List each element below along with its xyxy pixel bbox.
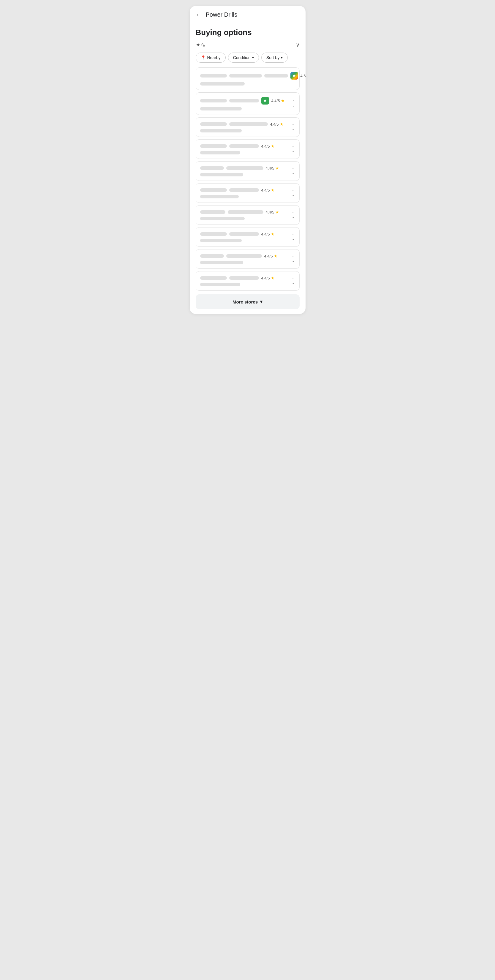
skeleton-bar xyxy=(200,217,245,220)
header: ← Power Drills xyxy=(190,6,306,23)
store-expand-button[interactable]: ⌃ ⌄ xyxy=(290,188,296,198)
store-rating: 4.6/5 ★ xyxy=(301,73,306,78)
store-bottom-row xyxy=(200,107,287,110)
store-rating: 4.4/5 ★ xyxy=(261,275,275,280)
store-badge: ★ xyxy=(261,97,269,105)
skeleton-bar xyxy=(229,232,259,236)
more-stores-button[interactable]: More stores ▾ xyxy=(196,294,299,309)
store-bottom-row xyxy=(200,195,287,198)
store-top-row: ★4.6/5 ★ xyxy=(200,72,306,80)
star-icon: ★ xyxy=(271,188,275,192)
star-icon: ★ xyxy=(280,122,283,127)
sortby-dropdown-icon: ▾ xyxy=(281,56,283,60)
ai-row: ✦∿ ∨ xyxy=(196,41,299,48)
store-top-row: ★4.4/5 ★ xyxy=(200,97,287,105)
store-item: 4.4/5 ★ ⌃ ⌄ xyxy=(196,205,299,225)
chevron-down-icon: ⌄ xyxy=(292,215,294,219)
store-top-row: 4.4/5 ★ xyxy=(200,275,287,280)
store-item: 4.4/5 ★ ⌃ ⌄ xyxy=(196,227,299,247)
store-bottom-row xyxy=(200,82,306,86)
store-details: 4.4/5 ★ xyxy=(200,210,287,220)
skeleton-bar xyxy=(200,188,227,192)
store-list: ★4.6/5 ★ ⌃ ⌄ ★4.4/5 ★ ⌃ ⌄ 4.4/5 ★ ⌃ ⌄ 4.… xyxy=(196,67,299,291)
store-expand-button[interactable]: ⌃ ⌄ xyxy=(290,276,296,286)
skeleton-bar xyxy=(200,107,242,110)
chevron-up-icon: ⌃ xyxy=(292,255,294,259)
star-icon: ★ xyxy=(271,144,275,148)
skeleton-bar xyxy=(200,254,224,258)
more-stores-label: More stores xyxy=(232,299,258,304)
star-icon: ★ xyxy=(271,232,275,236)
nearby-label: Nearby xyxy=(207,55,221,60)
star-icon: ★ xyxy=(274,254,278,258)
more-stores-chevron-icon: ▾ xyxy=(260,299,263,304)
store-expand-button[interactable]: ⌃ ⌄ xyxy=(290,210,296,220)
chevron-down-icon: ⌄ xyxy=(292,104,294,107)
store-bottom-row xyxy=(200,261,287,264)
chevron-down-icon: ⌄ xyxy=(292,281,294,285)
chevron-down-icon: ⌄ xyxy=(292,237,294,240)
skeleton-bar xyxy=(200,283,240,286)
skeleton-bar xyxy=(200,129,242,132)
store-details: 4.4/5 ★ xyxy=(200,232,287,242)
skeleton-bar xyxy=(200,99,227,102)
store-bottom-row xyxy=(200,239,287,242)
store-item: 4.4/5 ★ ⌃ ⌄ xyxy=(196,249,299,269)
store-expand-button[interactable]: ⌃ ⌄ xyxy=(290,123,296,132)
sortby-label: Sort by xyxy=(266,55,279,60)
back-button[interactable]: ← xyxy=(196,11,202,18)
main-card: ← Power Drills Buying options ✦∿ ∨ 📍 Nea… xyxy=(190,6,306,314)
chevron-down-icon: ∨ xyxy=(296,42,299,48)
skeleton-bar xyxy=(200,276,227,280)
skeleton-bar xyxy=(226,166,263,170)
skeleton-bar xyxy=(200,144,227,148)
store-top-row: 4.4/5 ★ xyxy=(200,122,287,127)
skeleton-bar xyxy=(229,99,259,102)
skeleton-bar xyxy=(264,74,288,78)
store-top-row: 4.4/5 ★ xyxy=(200,144,287,148)
skeleton-bar xyxy=(200,151,240,154)
ai-sparkline-icon: ✦∿ xyxy=(196,41,206,48)
store-top-row: 4.4/5 ★ xyxy=(200,188,287,192)
skeleton-bar xyxy=(200,74,227,78)
skeleton-bar xyxy=(200,166,224,170)
store-expand-button[interactable]: ⌃ ⌄ xyxy=(290,99,296,108)
skeleton-bar xyxy=(229,144,259,148)
chevron-up-icon: ⌃ xyxy=(292,189,294,193)
store-rating: 4.4/5 ★ xyxy=(266,166,279,170)
collapse-button[interactable]: ∨ xyxy=(296,41,299,48)
store-item: ★4.6/5 ★ ⌃ ⌄ xyxy=(196,67,299,90)
store-item: 4.4/5 ★ ⌃ ⌄ xyxy=(196,117,299,137)
store-rating: 4.4/5 ★ xyxy=(264,254,278,258)
store-bottom-row xyxy=(200,151,287,154)
chevron-up-icon: ⌃ xyxy=(292,277,294,281)
store-details: ★4.6/5 ★ xyxy=(200,72,306,86)
sortby-filter-button[interactable]: Sort by ▾ xyxy=(261,52,288,63)
skeleton-bar xyxy=(200,195,239,198)
store-bottom-row xyxy=(200,217,287,220)
skeleton-bar xyxy=(200,123,227,126)
store-expand-button[interactable]: ⌃ ⌄ xyxy=(290,254,296,264)
store-rating: 4.4/5 ★ xyxy=(266,210,279,215)
store-expand-button[interactable]: ⌃ ⌄ xyxy=(290,232,296,242)
store-item: 4.4/5 ★ ⌃ ⌄ xyxy=(196,161,299,181)
skeleton-bar xyxy=(200,239,242,242)
chevron-down-icon: ⌄ xyxy=(292,150,294,153)
store-top-row: 4.4/5 ★ xyxy=(200,166,287,170)
condition-label: Condition xyxy=(233,55,251,60)
star-icon: ★ xyxy=(271,275,275,280)
nearby-filter-button[interactable]: 📍 Nearby xyxy=(196,52,226,63)
store-item: 4.4/5 ★ ⌃ ⌄ xyxy=(196,183,299,203)
content-area: Buying options ✦∿ ∨ 📍 Nearby Condition ▾… xyxy=(190,23,306,309)
store-rating: 4.4/5 ★ xyxy=(261,232,275,236)
section-title: Buying options xyxy=(196,28,299,37)
store-details: 4.4/5 ★ xyxy=(200,122,287,132)
condition-filter-button[interactable]: Condition ▾ xyxy=(228,52,259,63)
location-icon: 📍 xyxy=(201,55,206,60)
skeleton-bar xyxy=(200,261,243,264)
condition-dropdown-icon: ▾ xyxy=(252,56,254,60)
store-expand-button[interactable]: ⌃ ⌄ xyxy=(290,166,296,176)
back-icon: ← xyxy=(196,11,202,18)
skeleton-bar xyxy=(200,210,225,214)
store-expand-button[interactable]: ⌃ ⌄ xyxy=(290,144,296,154)
